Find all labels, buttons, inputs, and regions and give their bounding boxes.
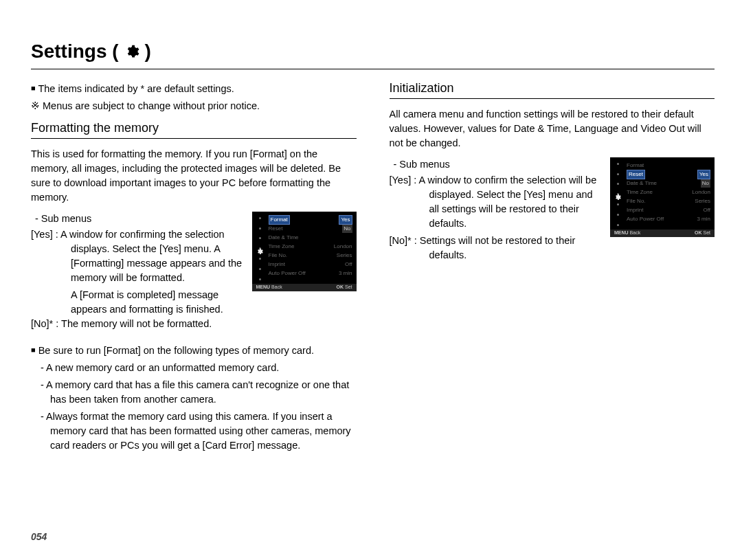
screen-item: Reset bbox=[269, 225, 283, 233]
format-no: [No]* : The memory will not be formatted… bbox=[31, 317, 357, 331]
note-default: ■ The items indicated by * are default s… bbox=[31, 82, 357, 96]
reference-mark-icon: ※ bbox=[31, 100, 40, 111]
screen-item: Auto Power Off bbox=[269, 269, 306, 278]
screen-item: Format bbox=[627, 161, 644, 170]
gear-icon bbox=[124, 44, 139, 59]
init-intro: All camera menu and function settings wi… bbox=[390, 107, 715, 150]
section-heading-format: Formatting the memory bbox=[31, 119, 357, 139]
popup-no: No bbox=[342, 225, 352, 233]
gear-icon bbox=[614, 194, 621, 201]
init-no: [No]* : Settings will not be restored to… bbox=[390, 234, 715, 262]
screen-item: Date & Time bbox=[269, 234, 299, 242]
ok-key: OK bbox=[695, 230, 702, 235]
screen-item: Time Zone bbox=[269, 243, 295, 251]
format-screenshot: Format Yes Reset No Date & Time Time Zon… bbox=[252, 212, 357, 291]
format-b2: - A memory card that has a file this cam… bbox=[31, 378, 357, 407]
square-bullet-icon: ■ bbox=[31, 84, 36, 92]
screen-item: Format bbox=[269, 215, 290, 225]
title-suffix: ) bbox=[145, 38, 151, 66]
format-b1: - A new memory card or an unformatted me… bbox=[31, 361, 357, 375]
set-label: Set bbox=[703, 230, 710, 235]
screen-item: File No. bbox=[627, 197, 646, 205]
format-b3: - Always format the memory card using th… bbox=[31, 410, 357, 453]
screen-item: Reset bbox=[627, 170, 645, 179]
gear-icon bbox=[256, 248, 263, 255]
left-column: ■ The items indicated by * are default s… bbox=[31, 79, 357, 456]
screen-item: File No. bbox=[269, 251, 288, 260]
right-column: Initialization All camera menu and funct… bbox=[390, 79, 715, 456]
screen-item: Time Zone bbox=[627, 188, 653, 197]
title-prefix: Settings ( bbox=[31, 38, 119, 66]
back-label: Back bbox=[630, 230, 641, 235]
page-number: 054 bbox=[31, 530, 47, 544]
page-title: Settings ( ) bbox=[31, 38, 715, 69]
set-label: Set bbox=[345, 284, 352, 289]
menu-key: MENU bbox=[614, 230, 629, 235]
menu-key: MENU bbox=[256, 284, 271, 289]
screen-item: Imprint bbox=[627, 206, 643, 214]
square-bullet-icon: ■ bbox=[31, 346, 36, 354]
popup-yes: Yes bbox=[339, 215, 352, 225]
back-label: Back bbox=[271, 284, 282, 289]
popup-no: No bbox=[701, 179, 710, 188]
format-yes-cont: A [Format is completed] message appears … bbox=[31, 288, 357, 317]
screen-item: Auto Power Off bbox=[627, 215, 664, 223]
format-bullets-lead: ■ Be sure to run [Format] on the followi… bbox=[31, 344, 357, 358]
screen-item: Date & Time bbox=[627, 179, 657, 188]
format-intro: This is used for formatting the memory. … bbox=[31, 147, 357, 205]
init-screenshot: Format Reset Yes Date & Time No Time Zon… bbox=[610, 157, 715, 237]
popup-yes: Yes bbox=[697, 170, 710, 179]
note-change: ※ Menus are subject to change without pr… bbox=[31, 99, 357, 113]
section-heading-init: Initialization bbox=[390, 79, 715, 99]
screen-item: Imprint bbox=[269, 260, 285, 269]
ok-key: OK bbox=[337, 284, 344, 289]
